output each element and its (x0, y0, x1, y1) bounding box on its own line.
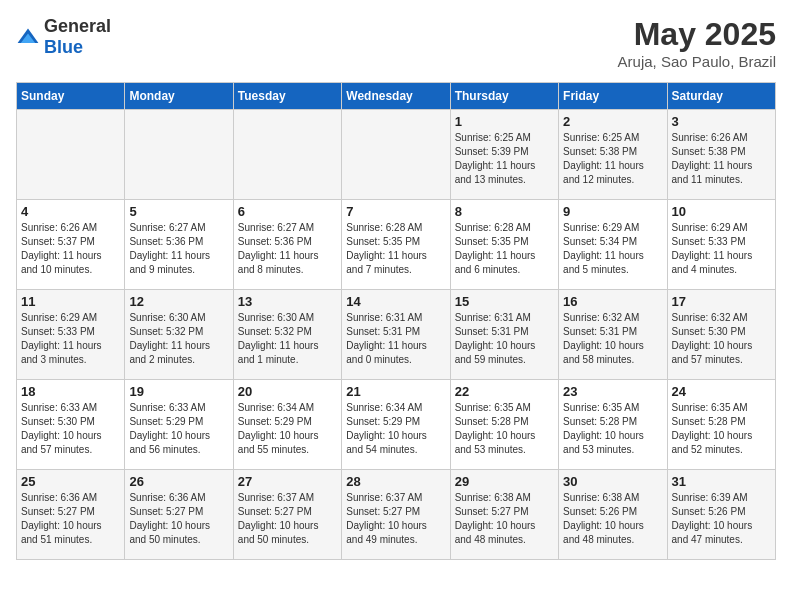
logo: General Blue (16, 16, 111, 58)
day-info: Sunrise: 6:33 AM Sunset: 5:29 PM Dayligh… (129, 401, 228, 457)
logo-general-text: General (44, 16, 111, 36)
calendar-cell: 23Sunrise: 6:35 AM Sunset: 5:28 PM Dayli… (559, 380, 667, 470)
calendar-cell: 26Sunrise: 6:36 AM Sunset: 5:27 PM Dayli… (125, 470, 233, 560)
day-info: Sunrise: 6:38 AM Sunset: 5:27 PM Dayligh… (455, 491, 554, 547)
calendar-cell: 18Sunrise: 6:33 AM Sunset: 5:30 PM Dayli… (17, 380, 125, 470)
day-info: Sunrise: 6:34 AM Sunset: 5:29 PM Dayligh… (238, 401, 337, 457)
day-number: 1 (455, 114, 554, 129)
calendar-cell: 27Sunrise: 6:37 AM Sunset: 5:27 PM Dayli… (233, 470, 341, 560)
calendar-cell: 20Sunrise: 6:34 AM Sunset: 5:29 PM Dayli… (233, 380, 341, 470)
day-info: Sunrise: 6:27 AM Sunset: 5:36 PM Dayligh… (238, 221, 337, 277)
day-info: Sunrise: 6:29 AM Sunset: 5:33 PM Dayligh… (672, 221, 771, 277)
calendar-cell: 21Sunrise: 6:34 AM Sunset: 5:29 PM Dayli… (342, 380, 450, 470)
day-number: 31 (672, 474, 771, 489)
day-info: Sunrise: 6:35 AM Sunset: 5:28 PM Dayligh… (563, 401, 662, 457)
weekday-header-monday: Monday (125, 83, 233, 110)
day-number: 24 (672, 384, 771, 399)
calendar-cell (125, 110, 233, 200)
calendar-cell: 16Sunrise: 6:32 AM Sunset: 5:31 PM Dayli… (559, 290, 667, 380)
weekday-header-thursday: Thursday (450, 83, 558, 110)
day-number: 9 (563, 204, 662, 219)
day-info: Sunrise: 6:33 AM Sunset: 5:30 PM Dayligh… (21, 401, 120, 457)
calendar-cell: 17Sunrise: 6:32 AM Sunset: 5:30 PM Dayli… (667, 290, 775, 380)
weekday-header-tuesday: Tuesday (233, 83, 341, 110)
calendar-cell: 31Sunrise: 6:39 AM Sunset: 5:26 PM Dayli… (667, 470, 775, 560)
day-info: Sunrise: 6:36 AM Sunset: 5:27 PM Dayligh… (21, 491, 120, 547)
week-row-5: 25Sunrise: 6:36 AM Sunset: 5:27 PM Dayli… (17, 470, 776, 560)
calendar-cell: 9Sunrise: 6:29 AM Sunset: 5:34 PM Daylig… (559, 200, 667, 290)
day-number: 16 (563, 294, 662, 309)
day-info: Sunrise: 6:35 AM Sunset: 5:28 PM Dayligh… (672, 401, 771, 457)
day-number: 30 (563, 474, 662, 489)
calendar-cell: 25Sunrise: 6:36 AM Sunset: 5:27 PM Dayli… (17, 470, 125, 560)
day-info: Sunrise: 6:38 AM Sunset: 5:26 PM Dayligh… (563, 491, 662, 547)
calendar-cell: 6Sunrise: 6:27 AM Sunset: 5:36 PM Daylig… (233, 200, 341, 290)
weekday-header-wednesday: Wednesday (342, 83, 450, 110)
day-number: 17 (672, 294, 771, 309)
day-number: 20 (238, 384, 337, 399)
day-number: 8 (455, 204, 554, 219)
day-number: 7 (346, 204, 445, 219)
day-number: 27 (238, 474, 337, 489)
day-info: Sunrise: 6:34 AM Sunset: 5:29 PM Dayligh… (346, 401, 445, 457)
day-number: 12 (129, 294, 228, 309)
day-number: 2 (563, 114, 662, 129)
calendar-cell (342, 110, 450, 200)
day-info: Sunrise: 6:29 AM Sunset: 5:34 PM Dayligh… (563, 221, 662, 277)
page-header: General Blue May 2025 Aruja, Sao Paulo, … (16, 16, 776, 70)
day-info: Sunrise: 6:28 AM Sunset: 5:35 PM Dayligh… (346, 221, 445, 277)
weekday-header-saturday: Saturday (667, 83, 775, 110)
day-number: 5 (129, 204, 228, 219)
title-block: May 2025 Aruja, Sao Paulo, Brazil (618, 16, 776, 70)
calendar-cell: 10Sunrise: 6:29 AM Sunset: 5:33 PM Dayli… (667, 200, 775, 290)
weekday-header-sunday: Sunday (17, 83, 125, 110)
week-row-4: 18Sunrise: 6:33 AM Sunset: 5:30 PM Dayli… (17, 380, 776, 470)
day-number: 10 (672, 204, 771, 219)
calendar-cell: 8Sunrise: 6:28 AM Sunset: 5:35 PM Daylig… (450, 200, 558, 290)
day-number: 21 (346, 384, 445, 399)
day-number: 15 (455, 294, 554, 309)
day-number: 6 (238, 204, 337, 219)
day-info: Sunrise: 6:26 AM Sunset: 5:37 PM Dayligh… (21, 221, 120, 277)
day-number: 29 (455, 474, 554, 489)
day-number: 28 (346, 474, 445, 489)
calendar-cell (233, 110, 341, 200)
day-info: Sunrise: 6:26 AM Sunset: 5:38 PM Dayligh… (672, 131, 771, 187)
logo-icon (16, 27, 40, 47)
calendar-cell: 22Sunrise: 6:35 AM Sunset: 5:28 PM Dayli… (450, 380, 558, 470)
day-info: Sunrise: 6:37 AM Sunset: 5:27 PM Dayligh… (346, 491, 445, 547)
subtitle: Aruja, Sao Paulo, Brazil (618, 53, 776, 70)
weekday-header-row: SundayMondayTuesdayWednesdayThursdayFrid… (17, 83, 776, 110)
weekday-header-friday: Friday (559, 83, 667, 110)
calendar-cell: 15Sunrise: 6:31 AM Sunset: 5:31 PM Dayli… (450, 290, 558, 380)
day-info: Sunrise: 6:30 AM Sunset: 5:32 PM Dayligh… (129, 311, 228, 367)
week-row-1: 1Sunrise: 6:25 AM Sunset: 5:39 PM Daylig… (17, 110, 776, 200)
day-info: Sunrise: 6:29 AM Sunset: 5:33 PM Dayligh… (21, 311, 120, 367)
calendar-cell: 1Sunrise: 6:25 AM Sunset: 5:39 PM Daylig… (450, 110, 558, 200)
day-info: Sunrise: 6:32 AM Sunset: 5:31 PM Dayligh… (563, 311, 662, 367)
calendar-cell (17, 110, 125, 200)
day-info: Sunrise: 6:30 AM Sunset: 5:32 PM Dayligh… (238, 311, 337, 367)
logo-blue-text: Blue (44, 37, 83, 57)
calendar-cell: 24Sunrise: 6:35 AM Sunset: 5:28 PM Dayli… (667, 380, 775, 470)
day-number: 4 (21, 204, 120, 219)
day-number: 19 (129, 384, 228, 399)
week-row-3: 11Sunrise: 6:29 AM Sunset: 5:33 PM Dayli… (17, 290, 776, 380)
day-number: 13 (238, 294, 337, 309)
calendar-table: SundayMondayTuesdayWednesdayThursdayFrid… (16, 82, 776, 560)
calendar-cell: 2Sunrise: 6:25 AM Sunset: 5:38 PM Daylig… (559, 110, 667, 200)
day-info: Sunrise: 6:28 AM Sunset: 5:35 PM Dayligh… (455, 221, 554, 277)
day-info: Sunrise: 6:31 AM Sunset: 5:31 PM Dayligh… (346, 311, 445, 367)
day-info: Sunrise: 6:39 AM Sunset: 5:26 PM Dayligh… (672, 491, 771, 547)
day-info: Sunrise: 6:36 AM Sunset: 5:27 PM Dayligh… (129, 491, 228, 547)
calendar-cell: 5Sunrise: 6:27 AM Sunset: 5:36 PM Daylig… (125, 200, 233, 290)
calendar-cell: 29Sunrise: 6:38 AM Sunset: 5:27 PM Dayli… (450, 470, 558, 560)
week-row-2: 4Sunrise: 6:26 AM Sunset: 5:37 PM Daylig… (17, 200, 776, 290)
day-info: Sunrise: 6:25 AM Sunset: 5:38 PM Dayligh… (563, 131, 662, 187)
calendar-cell: 14Sunrise: 6:31 AM Sunset: 5:31 PM Dayli… (342, 290, 450, 380)
calendar-cell: 12Sunrise: 6:30 AM Sunset: 5:32 PM Dayli… (125, 290, 233, 380)
calendar-cell: 19Sunrise: 6:33 AM Sunset: 5:29 PM Dayli… (125, 380, 233, 470)
calendar-cell: 30Sunrise: 6:38 AM Sunset: 5:26 PM Dayli… (559, 470, 667, 560)
day-number: 25 (21, 474, 120, 489)
day-info: Sunrise: 6:35 AM Sunset: 5:28 PM Dayligh… (455, 401, 554, 457)
